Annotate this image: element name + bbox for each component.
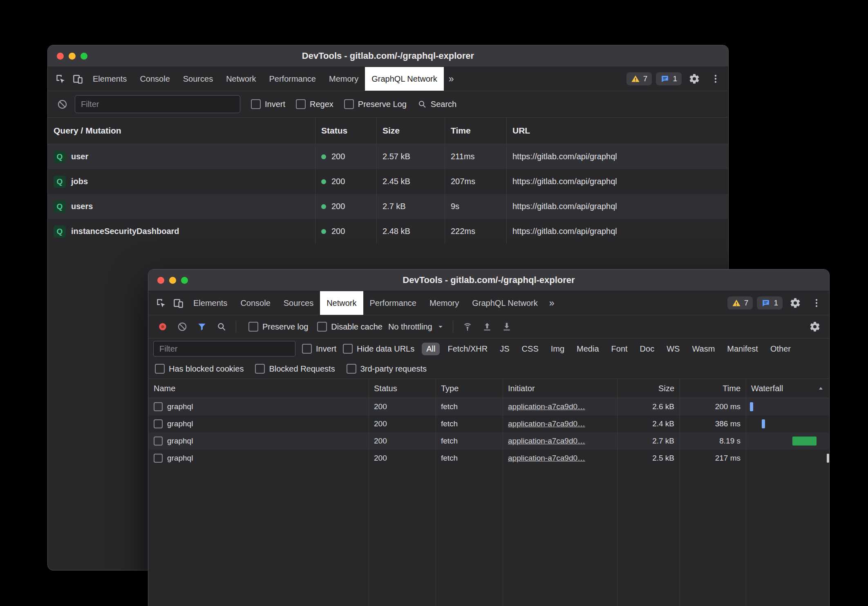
more-tabs-chevron[interactable]: » xyxy=(444,74,459,85)
tab-network[interactable]: Network xyxy=(320,291,363,315)
query-row[interactable]: Qusers 200 2.7 kB 9s https://gitlab.com/… xyxy=(48,194,728,219)
more-tabs-chevron[interactable]: » xyxy=(544,298,559,309)
column-header-size[interactable]: Size xyxy=(377,118,445,144)
type-filter-img[interactable]: Img xyxy=(546,343,569,355)
regex-checkbox[interactable]: Regex xyxy=(296,99,333,109)
invert-checkbox[interactable]: Invert xyxy=(302,344,336,354)
network-conditions-icon[interactable] xyxy=(459,318,476,335)
row-checkbox[interactable] xyxy=(154,437,163,446)
column-header-status[interactable]: Status xyxy=(369,379,436,398)
record-button[interactable] xyxy=(154,318,171,335)
tab-graphql-network[interactable]: GraphQL Network xyxy=(465,291,544,315)
kebab-menu-icon[interactable] xyxy=(707,70,724,87)
column-header-waterfall[interactable]: Waterfall xyxy=(746,379,829,398)
hide-data-urls-checkbox[interactable]: Hide data URLs xyxy=(343,344,414,354)
tab-elements[interactable]: Elements xyxy=(86,67,133,91)
clear-block-icon[interactable] xyxy=(54,96,71,113)
tab-sources[interactable]: Sources xyxy=(277,291,320,315)
type-filter-js[interactable]: JS xyxy=(495,343,514,355)
filter-funnel-icon[interactable] xyxy=(193,318,210,335)
tab-graphql-network[interactable]: GraphQL Network xyxy=(365,67,443,91)
row-checkbox[interactable] xyxy=(154,454,163,463)
warnings-badge[interactable]: 7 xyxy=(626,72,652,85)
device-toolbar-icon[interactable] xyxy=(69,70,86,87)
network-request-row[interactable]: graphql 200 fetch application-a7ca9d0… 2… xyxy=(148,398,829,415)
settings-gear-icon[interactable] xyxy=(787,294,804,312)
type-filter-doc[interactable]: Doc xyxy=(635,343,659,355)
tab-sources[interactable]: Sources xyxy=(177,67,219,91)
third-party-requests-checkbox[interactable]: 3rd-party requests xyxy=(347,364,427,374)
initiator-link[interactable]: application-a7ca9d0… xyxy=(508,437,585,446)
tab-memory[interactable]: Memory xyxy=(423,291,465,315)
tab-network[interactable]: Network xyxy=(219,67,262,91)
network-request-row[interactable]: graphql 200 fetch application-a7ca9d0… 2… xyxy=(148,450,829,467)
type-filter-fetch-xhr[interactable]: Fetch/XHR xyxy=(443,343,492,355)
column-header-time[interactable]: Time xyxy=(680,379,746,398)
status-ok-dot xyxy=(321,229,326,234)
filter-input[interactable] xyxy=(153,341,295,356)
type-filter-css[interactable]: CSS xyxy=(517,343,543,355)
filter-input[interactable] xyxy=(75,95,240,113)
blocked-requests-checkbox[interactable]: Blocked Requests xyxy=(255,364,335,374)
inspect-element-icon[interactable] xyxy=(152,294,170,312)
column-header-initiator[interactable]: Initiator xyxy=(503,379,617,398)
checkbox-box xyxy=(155,364,165,374)
query-row[interactable]: QinstanceSecurityDashboard 200 2.48 kB 2… xyxy=(48,219,728,244)
tab-elements[interactable]: Elements xyxy=(187,291,234,315)
column-header-name[interactable]: Name xyxy=(148,379,369,398)
initiator-link[interactable]: application-a7ca9d0… xyxy=(508,419,585,428)
clear-block-icon[interactable] xyxy=(174,318,191,335)
has-blocked-cookies-checkbox[interactable]: Has blocked cookies xyxy=(155,364,244,374)
type-filter-other[interactable]: Other xyxy=(766,343,795,355)
maximize-button[interactable] xyxy=(181,277,188,284)
tab-performance[interactable]: Performance xyxy=(263,67,323,91)
preserve-log-checkbox[interactable]: Preserve log xyxy=(248,322,308,332)
close-button[interactable] xyxy=(57,53,64,60)
type-filter-manifest[interactable]: Manifest xyxy=(723,343,763,355)
tab-performance[interactable]: Performance xyxy=(363,291,423,315)
tab-console[interactable]: Console xyxy=(133,67,176,91)
column-header-time[interactable]: Time xyxy=(445,118,507,144)
throttling-dropdown[interactable]: No throttling xyxy=(385,322,447,332)
settings-gear-icon[interactable] xyxy=(686,70,703,87)
initiator-link[interactable]: application-a7ca9d0… xyxy=(508,402,585,411)
network-filter-bar-2: Has blocked cookies Blocked Requests 3rd… xyxy=(148,359,829,379)
minimize-button[interactable] xyxy=(169,277,176,284)
network-request-row[interactable]: graphql 200 fetch application-a7ca9d0… 2… xyxy=(148,415,829,432)
search-icon[interactable] xyxy=(213,318,230,335)
minimize-button[interactable] xyxy=(69,53,76,60)
import-har-icon[interactable] xyxy=(479,318,496,335)
inspect-element-icon[interactable] xyxy=(52,70,69,87)
device-toolbar-icon[interactable] xyxy=(170,294,187,312)
row-checkbox[interactable] xyxy=(154,402,163,411)
column-header-url[interactable]: URL xyxy=(507,118,728,144)
issues-badge[interactable]: 1 xyxy=(757,296,783,310)
query-row[interactable]: Quser 200 2.57 kB 211ms https://gitlab.c… xyxy=(48,144,728,169)
initiator-link[interactable]: application-a7ca9d0… xyxy=(508,454,585,463)
maximize-button[interactable] xyxy=(81,53,87,60)
column-header-query-mutation[interactable]: Query / Mutation xyxy=(48,118,315,144)
column-header-status[interactable]: Status xyxy=(315,118,377,144)
query-row[interactable]: Qjobs 200 2.45 kB 207ms https://gitlab.c… xyxy=(48,169,728,194)
preserve-log-checkbox[interactable]: Preserve Log xyxy=(344,99,407,109)
type-filter-media[interactable]: Media xyxy=(572,343,603,355)
network-settings-gear-icon[interactable] xyxy=(806,318,823,335)
close-button[interactable] xyxy=(157,277,164,284)
invert-checkbox[interactable]: Invert xyxy=(251,99,285,109)
tab-console[interactable]: Console xyxy=(234,291,277,315)
export-har-icon[interactable] xyxy=(498,318,515,335)
row-checkbox[interactable] xyxy=(154,419,163,428)
tab-memory[interactable]: Memory xyxy=(322,67,365,91)
warnings-badge[interactable]: 7 xyxy=(727,296,753,310)
type-filter-ws[interactable]: WS xyxy=(662,343,684,355)
type-filter-wasm[interactable]: Wasm xyxy=(687,343,719,355)
type-filter-all[interactable]: All xyxy=(422,343,440,355)
column-header-type[interactable]: Type xyxy=(436,379,503,398)
network-request-row[interactable]: graphql 200 fetch application-a7ca9d0… 2… xyxy=(148,432,829,450)
column-header-size[interactable]: Size xyxy=(617,379,680,398)
search-button[interactable]: Search xyxy=(417,99,456,109)
kebab-menu-icon[interactable] xyxy=(808,294,825,312)
disable-cache-checkbox[interactable]: Disable cache xyxy=(317,322,383,332)
type-filter-font[interactable]: Font xyxy=(607,343,632,355)
issues-badge[interactable]: 1 xyxy=(656,72,682,85)
